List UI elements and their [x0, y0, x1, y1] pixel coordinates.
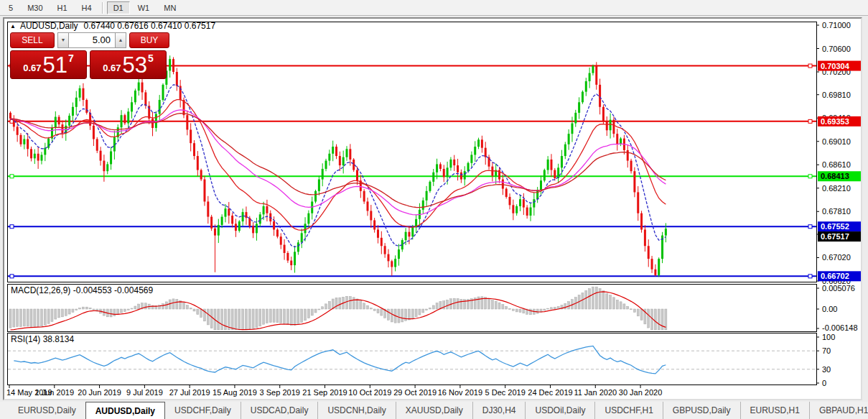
- svg-text:0.67517: 0.67517: [821, 232, 849, 241]
- svg-text:10 Oct 2019: 10 Oct 2019: [348, 388, 391, 397]
- macd-main-value: -0.004553: [73, 285, 112, 295]
- chart-window: 0.710000.706000.702000.698100.694100.690…: [3, 17, 862, 400]
- tab-dj30-h4[interactable]: DJ30,H4: [472, 402, 526, 419]
- svg-text:-0.006148: -0.006148: [822, 323, 858, 332]
- sell-price-big: 51: [43, 55, 67, 76]
- svg-text:0.68610: 0.68610: [822, 160, 851, 169]
- timeframe-button-d1[interactable]: D1: [107, 1, 130, 14]
- timeframe-button-w1[interactable]: W1: [131, 1, 157, 14]
- svg-text:3 Sep 2019: 3 Sep 2019: [260, 388, 300, 397]
- macd-indicator-label: MACD(12,26,9) -0.004553 -0.004569: [11, 285, 153, 295]
- buy-price-pip: 5: [148, 52, 154, 64]
- tab-usdchf-daily[interactable]: USDCHF,Daily: [165, 402, 241, 419]
- rsi-indicator-label: RSI(14) 38.8134: [11, 334, 74, 344]
- chart-title: ▲AUDUSD,Daily0.67440 0.67616 0.67410 0.6…: [10, 21, 215, 31]
- tab-gbpusd-daily[interactable]: GBPUSD,Daily: [663, 402, 740, 419]
- sell-price-prefix: 0.67: [23, 63, 41, 73]
- svg-text:0.68210: 0.68210: [822, 184, 851, 193]
- svg-text:27 Jul 2019: 27 Jul 2019: [169, 388, 210, 397]
- svg-text:100: 100: [822, 333, 835, 341]
- svg-text:0.70304: 0.70304: [821, 62, 850, 70]
- svg-text:16 Nov 2019: 16 Nov 2019: [438, 388, 482, 397]
- sell-button[interactable]: SELL: [10, 32, 55, 48]
- svg-text:0.67020: 0.67020: [822, 253, 851, 262]
- one-click-trading-panel: SELL ▼ 5.00 ▲ BUY 0.67 51 7 0.67 53 5: [10, 32, 169, 79]
- svg-text:20 Jun 2019: 20 Jun 2019: [78, 388, 121, 397]
- volume-increase-icon[interactable]: ▲: [115, 32, 126, 48]
- svg-text:70: 70: [822, 346, 831, 355]
- chart-ohlc-values: 0.67440 0.67616 0.67410 0.67517: [84, 21, 216, 31]
- buy-button[interactable]: BUY: [129, 32, 169, 48]
- svg-text:0.67810: 0.67810: [822, 207, 851, 216]
- svg-text:0.66702: 0.66702: [821, 272, 849, 280]
- timeframe-button-m15[interactable]: 5: [2, 1, 19, 14]
- chart-symbol-label: AUDUSD,Daily: [20, 21, 78, 31]
- buy-price-button[interactable]: 0.67 53 5: [90, 50, 167, 79]
- tab-usdcnh-daily[interactable]: USDCNH,Daily: [317, 402, 395, 419]
- svg-text:0.69810: 0.69810: [822, 91, 851, 99]
- tab-eurusd-daily[interactable]: EURUSD,Daily: [9, 402, 85, 419]
- timeframe-button-mn[interactable]: MN: [157, 1, 182, 14]
- tab-usdcad-daily[interactable]: USDCAD,Daily: [241, 402, 318, 419]
- svg-text:0.71000: 0.71000: [822, 21, 851, 29]
- svg-text:21 Sep 2019: 21 Sep 2019: [302, 388, 347, 397]
- svg-text:0.68413: 0.68413: [821, 172, 849, 180]
- tab-usdoil-daily[interactable]: USDOil,Daily: [525, 402, 594, 419]
- toolbar-separator: [102, 2, 103, 14]
- timeframe-button-h1[interactable]: H1: [51, 1, 74, 14]
- macd-signal-value: -0.004569: [114, 285, 153, 295]
- timeframe-button-h4[interactable]: H4: [75, 1, 98, 14]
- svg-text:29 Oct 2019: 29 Oct 2019: [393, 388, 437, 397]
- collapse-panel-icon[interactable]: ▲: [10, 23, 16, 29]
- tab-audusd-daily[interactable]: AUDUSD,Daily: [85, 402, 165, 419]
- svg-text:0.00: 0.00: [822, 305, 837, 313]
- buy-price-prefix: 0.67: [103, 63, 121, 73]
- volume-decrease-icon[interactable]: ▼: [57, 32, 69, 48]
- svg-text:24 Dec 2019: 24 Dec 2019: [528, 388, 572, 397]
- svg-text:30 Jan 2020: 30 Jan 2020: [619, 388, 663, 397]
- chart-tabbar: EURUSD,Daily AUDUSD,Daily USDCHF,Daily U…: [0, 402, 868, 419]
- volume-input[interactable]: 5.00: [69, 32, 115, 48]
- tab-eurusd-h1[interactable]: EURUSD,H1: [740, 402, 809, 419]
- macd-name: MACD(12,26,9): [11, 285, 70, 295]
- svg-text:0.005076: 0.005076: [822, 284, 855, 293]
- svg-text:30: 30: [822, 365, 831, 374]
- svg-text:0.70600: 0.70600: [822, 45, 851, 53]
- timeframe-button-m30[interactable]: M30: [21, 1, 49, 14]
- svg-text:0.69010: 0.69010: [822, 137, 851, 146]
- svg-text:9 Jul 2019: 9 Jul 2019: [126, 388, 163, 397]
- tab-xauusd-daily[interactable]: XAUUSD,Daily: [396, 402, 472, 419]
- sell-price-pip: 7: [68, 52, 74, 64]
- svg-text:1 Jun 2019: 1 Jun 2019: [35, 388, 74, 397]
- svg-text:11 Jan 2020: 11 Jan 2020: [574, 388, 617, 397]
- svg-text:0.69353: 0.69353: [821, 117, 849, 126]
- tab-gbpaud-h1[interactable]: GBPAUD,H1: [809, 402, 868, 419]
- svg-text:0.67552: 0.67552: [821, 222, 849, 231]
- rsi-value: 38.8134: [43, 334, 74, 344]
- svg-text:0: 0: [822, 379, 826, 387]
- tab-usdchf-h1[interactable]: USDCHF,H1: [594, 402, 662, 419]
- svg-text:15 Aug 2019: 15 Aug 2019: [213, 388, 257, 397]
- sell-price-button[interactable]: 0.67 51 7: [10, 50, 87, 79]
- rsi-name: RSI(14): [11, 334, 40, 344]
- svg-text:5 Dec 2019: 5 Dec 2019: [485, 388, 526, 397]
- timeframe-toolbar: 5 M30 H1 H4 D1 W1 MN: [0, 0, 868, 16]
- buy-price-big: 53: [123, 55, 147, 76]
